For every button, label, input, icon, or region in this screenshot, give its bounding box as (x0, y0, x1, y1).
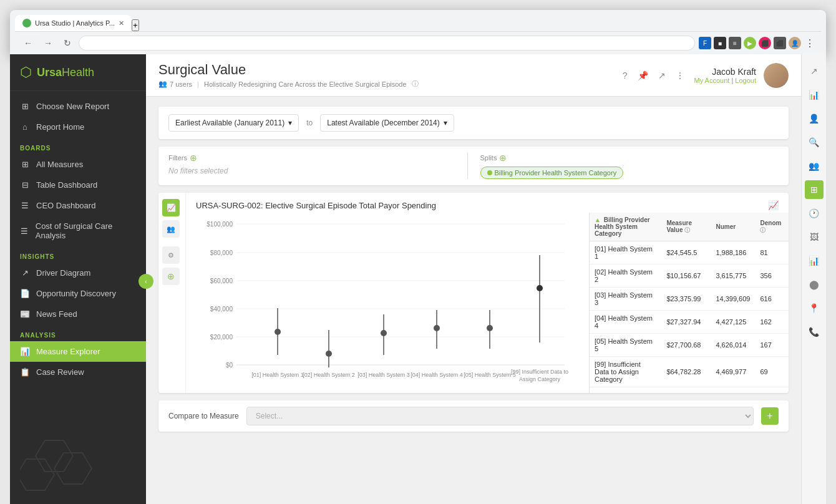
right-search-icon[interactable]: 🔍 (805, 133, 824, 152)
address-bar[interactable]: G (79, 36, 695, 51)
sidebar-item-ceo-dashboard[interactable]: ☰ CEO Dashboard (10, 195, 146, 216)
cell-category: [99] Insufficient Data to Assign Categor… (590, 357, 661, 387)
logout-link[interactable]: Logout (735, 77, 756, 84)
splits-section: Splits ⊕ Billing Provider Health System … (467, 153, 779, 179)
analysis-section-label: ANALYSIS (10, 324, 146, 341)
report-home-icon: ⌂ (20, 122, 30, 132)
sidebar-item-cost-analysis[interactable]: ☰ Cost of Surgical Care Analysis (10, 216, 146, 246)
table-row[interactable]: [05] Health System 5 $27,700.68 4,626,01… (590, 334, 789, 357)
svg-text:$60,000: $60,000 (210, 278, 233, 284)
svg-point-22 (434, 325, 440, 331)
denom-help-icon: ⓘ (760, 227, 766, 233)
chevron-down-icon-2: ▾ (444, 119, 447, 127)
forward-button[interactable]: → (40, 36, 56, 51)
date-start-select[interactable]: Earliest Available (January 2011) ▾ (168, 114, 299, 132)
table-row[interactable]: [99] Insufficient Data to Assign Categor… (590, 357, 789, 387)
svg-marker-1 (54, 453, 92, 484)
svg-point-18 (326, 351, 332, 357)
extension-icon-4[interactable]: ▶ (744, 37, 756, 49)
col-denom-header[interactable]: Denom ⓘ (755, 213, 789, 241)
compare-label: Compare to Measure (168, 412, 239, 420)
sidebar-item-measure-explorer[interactable]: 📊 Measure Explorer (10, 341, 146, 362)
chart-title: URSA-SURG-002: Elective Surgical Episode… (196, 201, 436, 210)
extension-icon-1[interactable]: F (699, 37, 711, 49)
col-value-header[interactable]: Measure Value ⓘ (661, 213, 711, 241)
right-share-icon[interactable]: ↗ (805, 62, 824, 80)
right-user-icon[interactable]: 👥 (805, 157, 824, 175)
table-row[interactable]: [01] Health System 1 $24,545.5 1,988,186… (590, 241, 789, 264)
sidebar-item-case-review[interactable]: 📋 Case Review (10, 362, 146, 382)
menu-icon[interactable]: ⋮ (804, 37, 816, 49)
sidebar-collapse-button[interactable]: ‹ (139, 274, 153, 289)
user-profile-icon[interactable]: 👤 (789, 37, 801, 49)
table-row[interactable]: [04] Health System 4 $27,327.94 4,427,12… (590, 311, 789, 334)
table-row[interactable]: [02] Health System 2 $10,156.67 3,615,77… (590, 264, 789, 288)
share-icon[interactable]: ↗ (656, 68, 668, 83)
more-icon[interactable]: ⋮ (673, 68, 687, 83)
settings-icon[interactable]: ⚙ (162, 246, 180, 264)
right-grid-icon[interactable]: ⊞ (805, 180, 824, 199)
right-bar-chart-icon[interactable]: 📊 (805, 251, 824, 270)
extension-icon-3[interactable]: ≡ (729, 37, 741, 49)
cell-category: [05] Health System 5 (590, 334, 661, 357)
add-icon[interactable]: ⊕ (162, 268, 180, 285)
tab-close-button[interactable]: ✕ (119, 19, 124, 27)
chart-type-icon[interactable]: 📈 (162, 199, 180, 216)
right-pie-icon[interactable]: ⬤ (805, 275, 824, 294)
tab-title: Ursa Studio | Analytics P... (35, 19, 115, 27)
right-clock-icon[interactable]: 🕐 (805, 204, 824, 223)
cost-analysis-label: Cost of Surgical Care Analysis (36, 221, 136, 240)
sidebar-item-news-feed[interactable]: 📰 News Feed (10, 304, 146, 324)
header-right: ? 📌 ↗ ⋮ Jacob Kraft My Account | Logout (620, 63, 789, 88)
right-chart-icon[interactable]: 📊 (805, 85, 824, 104)
compare-select[interactable]: Select... (246, 407, 754, 425)
help-icon[interactable]: ? (620, 68, 630, 83)
people-icon[interactable]: 👥 (162, 220, 180, 238)
add-split-button[interactable]: ⊕ (499, 153, 507, 163)
ceo-dashboard-icon: ☰ (20, 201, 30, 210)
refresh-button[interactable]: ↻ (60, 36, 75, 51)
browser-tabs: Ursa Studio | Analytics P... ✕ + (15, 15, 821, 31)
right-map-icon[interactable]: 📍 (805, 299, 824, 317)
right-phone-icon[interactable]: 📞 (805, 322, 824, 341)
page-title: Surgical Value (158, 62, 419, 78)
extension-icon-5[interactable]: ⬛ (759, 37, 771, 49)
add-filter-button[interactable]: ⊕ (190, 153, 197, 163)
report-home-label: Report Home (36, 122, 84, 132)
my-account-link[interactable]: My Account (694, 77, 730, 84)
sidebar-item-table-dashboard[interactable]: ⊟ Table Dashboard (10, 175, 146, 195)
sidebar-item-all-measures[interactable]: ⊞ All Measures (10, 154, 146, 175)
new-tab-button[interactable]: + (132, 19, 139, 31)
url-input[interactable]: G (87, 39, 687, 47)
cell-numer: 3,615,775 (711, 264, 755, 288)
date-end-select[interactable]: Latest Available (December 2014) ▾ (320, 114, 454, 132)
opportunity-label: Opportunity Discovery (36, 289, 116, 298)
col-numer-header[interactable]: Numer (711, 213, 755, 241)
right-person-icon[interactable]: 👤 (805, 109, 824, 128)
sidebar-item-choose-report[interactable]: ⊞ Choose New Report (10, 96, 146, 117)
chart-svg-container: $100,000 $80,000 $60,000 $40,000 $20,000… (186, 213, 589, 393)
extension-icon-6[interactable]: ⬛ (774, 37, 786, 49)
sidebar-item-report-home[interactable]: ⌂ Report Home (10, 117, 146, 137)
chart-trend-icon[interactable]: 📈 (768, 200, 779, 210)
col-category-header[interactable]: ▲ Billing Provider Health System Categor… (590, 213, 661, 241)
sidebar-item-driver-diagram[interactable]: ↗ Driver Diagram (10, 263, 146, 283)
split-tag[interactable]: Billing Provider Health System Category (480, 167, 624, 179)
table-row[interactable]: [03] Health System 3 $23,375.99 14,399,6… (590, 288, 789, 311)
driver-diagram-label: Driver Diagram (36, 268, 90, 278)
date-to-label: to (306, 119, 313, 127)
svg-point-16 (275, 329, 281, 335)
back-button[interactable]: ← (20, 36, 36, 51)
extension-icon-2[interactable]: ■ (714, 37, 726, 49)
compare-add-button[interactable]: + (761, 407, 779, 425)
info-icon[interactable]: ⓘ (412, 79, 419, 89)
right-image-icon[interactable]: 🖼 (805, 228, 824, 246)
svg-point-26 (537, 285, 543, 291)
measure-explorer-icon: 📊 (20, 347, 30, 356)
app-header: Surgical Value 👥 7 users | Holistically … (146, 54, 801, 97)
pin-icon[interactable]: 📌 (635, 68, 651, 83)
browser-chrome: Ursa Studio | Analytics P... ✕ + ← → ↻ G… (10, 10, 826, 54)
browser-tab-active[interactable]: Ursa Studio | Analytics P... ✕ (15, 15, 132, 31)
sidebar-item-opportunity-discovery[interactable]: 📄 Opportunity Discovery (10, 283, 146, 304)
sidebar-navigation: ⊞ Choose New Report ⌂ Report Home BOARDS… (10, 91, 146, 387)
